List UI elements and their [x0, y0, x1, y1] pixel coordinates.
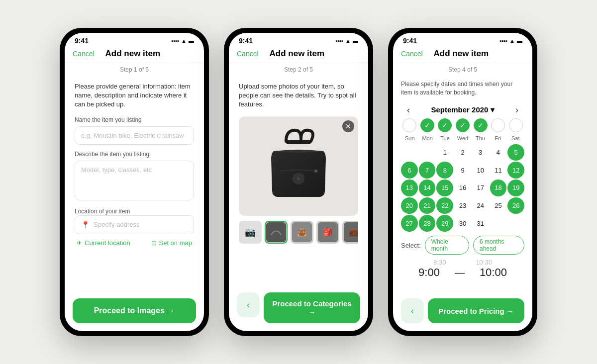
step-indicator-1: Step 1 of 5	[65, 63, 204, 76]
cal-day-10[interactable]: 10	[472, 162, 489, 179]
thumbnail-2[interactable]: 👜	[291, 221, 313, 244]
nav-bar-2: Cancel Add new item	[229, 47, 368, 63]
dow-circle-sat[interactable]	[509, 118, 523, 132]
thumbnail-4[interactable]: 💼	[342, 221, 358, 244]
location-placeholder: Specify address	[94, 221, 140, 228]
status-icons-3: ▪▪▪▪ ▲ ▬	[500, 38, 523, 44]
cal-day-6[interactable]: 6	[401, 162, 418, 179]
dow-circles: ✓✓✓✓	[401, 118, 524, 132]
cal-day-23[interactable]: 23	[454, 197, 471, 214]
cal-day-27[interactable]: 27	[401, 215, 418, 232]
cal-day-31[interactable]: 31	[472, 215, 489, 232]
thumbnail-1[interactable]	[265, 221, 288, 244]
cal-day-5[interactable]: 5	[507, 144, 524, 161]
svg-text:✦: ✦	[297, 176, 300, 182]
day-header-mon: Mon	[418, 134, 436, 142]
day-header-sun: Sun	[401, 134, 418, 142]
cal-day-29[interactable]: 29	[436, 215, 453, 232]
cancel-button-1[interactable]: Cancel	[73, 50, 95, 58]
cal-day-4[interactable]: 4	[490, 144, 507, 161]
dow-circle-sun[interactable]	[402, 118, 416, 132]
cal-day-20[interactable]: 20	[401, 197, 418, 214]
bag-image: ✦	[266, 126, 331, 206]
battery-icon-2: ▬	[353, 38, 358, 44]
whole-month-chip[interactable]: Whole month	[425, 236, 469, 255]
cal-day-9[interactable]: 9	[454, 162, 471, 179]
svg-text:🎒: 🎒	[323, 227, 333, 237]
nav-title-3: Add new item	[434, 49, 489, 59]
cal-day-empty	[419, 144, 436, 161]
svg-text:👜: 👜	[297, 227, 307, 237]
cal-day-12[interactable]: 12	[507, 162, 524, 179]
cal-day-18[interactable]: 18	[490, 180, 507, 196]
image-upload-area[interactable]: ✦ ✕	[239, 116, 358, 216]
dow-circle-thu[interactable]: ✓	[474, 118, 488, 132]
signal-icon-2: ▪▪▪▪	[336, 38, 344, 44]
cancel-button-3[interactable]: Cancel	[401, 50, 423, 58]
phone-2-screen: 9:41 ▪▪▪▪ ▲ ▬ Cancel Add new item Step 2…	[229, 33, 368, 331]
name-label: Name the item you listing	[75, 116, 194, 123]
cal-day-30[interactable]: 30	[454, 215, 471, 232]
cal-day-24[interactable]: 24	[472, 197, 489, 214]
next-month-button[interactable]: ›	[511, 105, 522, 115]
add-photo-button[interactable]: 📷	[239, 221, 262, 244]
calendar-month: September 2020 ▾	[431, 105, 494, 114]
cancel-button-2[interactable]: Cancel	[237, 50, 259, 58]
describe-input[interactable]: Model, type, classes, etc	[75, 161, 194, 200]
proceed-to-images-button[interactable]: Proceed to Images →	[73, 298, 196, 323]
cal-day-16[interactable]: 16	[454, 180, 471, 196]
phone-3-screen: 9:41 ▪▪▪▪ ▲ ▬ Cancel Add new item Step 4…	[393, 33, 532, 331]
phone-3: 9:41 ▪▪▪▪ ▲ ▬ Cancel Add new item Step 4…	[388, 28, 537, 336]
cal-day-28[interactable]: 28	[419, 215, 436, 232]
set-on-map-button[interactable]: ⊡ Set on map	[151, 239, 193, 247]
wifi-icon-2: ▲	[345, 38, 351, 44]
cal-day-2[interactable]: 2	[454, 144, 471, 161]
cal-day-14[interactable]: 14	[419, 180, 436, 196]
select-label: Select:	[401, 242, 421, 249]
dow-circle-mon[interactable]: ✓	[420, 118, 434, 132]
cal-day-22[interactable]: 22	[436, 197, 453, 214]
cal-day-13[interactable]: 13	[401, 180, 418, 196]
thumbnail-3[interactable]: 🎒	[316, 221, 339, 244]
step-indicator-2: Step 2 of 5	[229, 63, 368, 76]
back-button-3[interactable]: ‹	[401, 298, 424, 323]
step-indicator-3: Step 4 of 5	[393, 63, 532, 76]
cal-day-8[interactable]: 8	[436, 162, 453, 179]
close-image-button[interactable]: ✕	[342, 120, 354, 132]
svg-rect-4	[266, 222, 286, 242]
back-button-2[interactable]: ‹	[237, 292, 260, 317]
time-main-row[interactable]: 9:00 — 10:00	[401, 266, 524, 279]
phone-2: 9:41 ▪▪▪▪ ▲ ▬ Cancel Add new item Step 2…	[224, 28, 373, 336]
nav-title-1: Add new item	[105, 49, 161, 59]
location-input[interactable]: 📍 Specify address	[75, 215, 194, 234]
proceed-to-pricing-button[interactable]: Proceed to Pricing →	[428, 298, 524, 323]
status-bar-1: 9:41 ▪▪▪▪ ▲ ▬	[65, 33, 204, 47]
prev-month-button[interactable]: ‹	[403, 105, 414, 115]
proceed-to-categories-button[interactable]: Proceed to Categories →	[264, 292, 360, 323]
time-start[interactable]: 9:00	[418, 266, 440, 279]
name-input[interactable]: e.g. Moutain bike, Electric chainsaw	[75, 126, 194, 145]
cal-day-21[interactable]: 21	[419, 197, 436, 214]
time-dash: —	[455, 267, 465, 278]
time-end[interactable]: 10:00	[480, 266, 507, 279]
dow-circle-wed[interactable]: ✓	[456, 118, 470, 132]
cal-day-26[interactable]: 26	[507, 197, 524, 214]
cal-day-3[interactable]: 3	[472, 144, 489, 161]
calendar-grid: 1234567891011121314151617181920212223242…	[401, 144, 524, 232]
cal-day-11[interactable]: 11	[490, 162, 507, 179]
location-actions: ✈ Current location ⊡ Set on map	[75, 239, 194, 247]
cal-day-7[interactable]: 7	[419, 162, 436, 179]
svg-rect-0	[286, 140, 311, 144]
cal-day-19[interactable]: 19	[507, 180, 524, 196]
dow-circle-fri[interactable]	[491, 118, 505, 132]
time-before-end: 10:30	[476, 259, 492, 266]
cal-day-15[interactable]: 15	[436, 180, 453, 196]
dow-circle-tue[interactable]: ✓	[438, 118, 452, 132]
time-picker: 8:30 10:30 9:00 — 10:00	[401, 257, 524, 281]
current-location-button[interactable]: ✈ Current location	[77, 239, 130, 247]
cal-day-25[interactable]: 25	[490, 197, 507, 214]
cal-day-1[interactable]: 1	[436, 144, 453, 161]
cal-day-17[interactable]: 17	[472, 180, 489, 196]
description-3: Please specify dates and times when your…	[401, 80, 524, 97]
six-months-chip[interactable]: 6 months ahead	[473, 236, 524, 255]
